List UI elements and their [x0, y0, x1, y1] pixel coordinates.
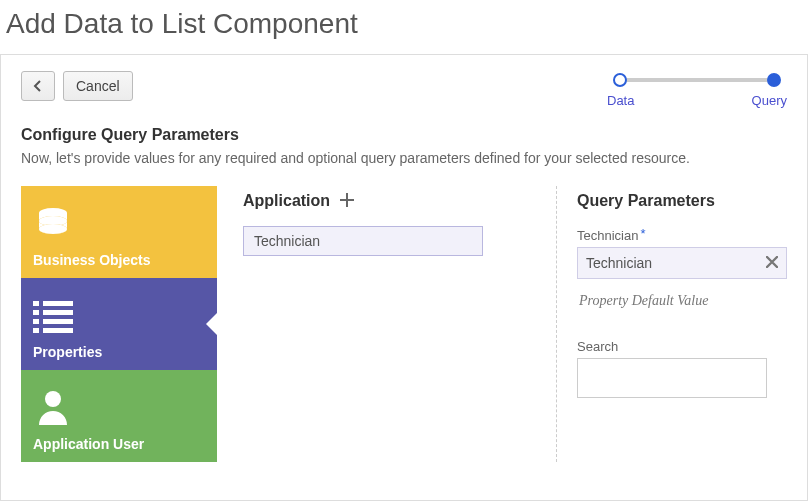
tile-label: Properties: [33, 344, 205, 360]
wizard-step-data[interactable]: [613, 73, 627, 87]
tile-properties[interactable]: Properties: [21, 278, 217, 370]
add-application-button[interactable]: [340, 192, 354, 210]
svg-rect-8: [43, 310, 73, 315]
wizard-label-data: Data: [607, 93, 634, 108]
property-default-value[interactable]: Property Default Value: [577, 289, 787, 313]
query-parameters-heading: Query Parameters: [577, 192, 787, 210]
tile-label: Business Objects: [33, 252, 205, 268]
page-title: Add Data to List Component: [0, 0, 808, 54]
section-subtext: Now, let's provide values for any requir…: [21, 150, 787, 166]
plus-icon: [340, 193, 354, 207]
technician-chip[interactable]: Technician: [577, 247, 787, 279]
cancel-button[interactable]: Cancel: [63, 71, 133, 101]
chevron-left-icon: [32, 79, 44, 93]
config-panel: Cancel Data Query Configure Query Parame…: [0, 54, 808, 501]
remove-chip-button[interactable]: [766, 254, 778, 272]
back-button[interactable]: [21, 71, 55, 101]
svg-rect-12: [43, 328, 73, 333]
svg-rect-5: [33, 301, 39, 306]
source-tile-column: Business Objects Properties: [21, 186, 217, 462]
svg-point-4: [39, 224, 67, 234]
application-heading: Application: [243, 192, 330, 210]
application-row[interactable]: Technician: [243, 226, 483, 256]
application-column: Application Technician: [217, 186, 557, 462]
wizard-label-query: Query: [752, 93, 787, 108]
close-icon: [766, 256, 778, 268]
svg-point-13: [45, 391, 61, 407]
chip-text: Technician: [586, 255, 652, 271]
search-input[interactable]: [577, 358, 767, 398]
svg-rect-9: [33, 319, 39, 324]
list-icon: [33, 299, 205, 338]
wizard-step-query[interactable]: [767, 73, 781, 87]
tile-business-objects[interactable]: Business Objects: [21, 186, 217, 278]
search-label: Search: [577, 339, 787, 354]
svg-rect-6: [43, 301, 73, 306]
technician-label: Technician*: [577, 228, 787, 243]
svg-rect-10: [43, 319, 73, 324]
svg-rect-11: [33, 328, 39, 333]
tile-application-user[interactable]: Application User: [21, 370, 217, 462]
svg-rect-7: [33, 310, 39, 315]
section-heading: Configure Query Parameters: [21, 126, 787, 144]
user-icon: [33, 387, 205, 430]
query-parameters-column: Query Parameters Technician* Technician …: [557, 186, 787, 462]
tile-label: Application User: [33, 436, 205, 452]
wizard-steps: Data Query: [607, 71, 787, 108]
database-icon: [33, 203, 205, 246]
required-star-icon: *: [640, 226, 645, 241]
topbar: Cancel Data Query: [21, 71, 787, 108]
